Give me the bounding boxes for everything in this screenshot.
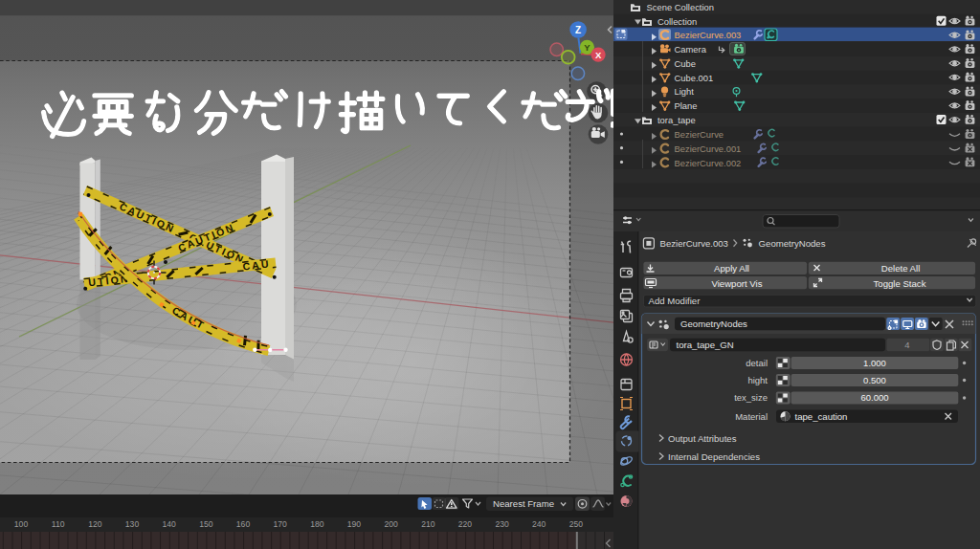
svg-text:190: 190 (347, 519, 362, 529)
svg-text:250: 250 (569, 519, 584, 529)
svg-text:Internal Dependencies: Internal Dependencies (668, 451, 760, 462)
svg-text:0.500: 0.500 (863, 375, 886, 385)
svg-text:tora_tape: tora_tape (657, 115, 696, 125)
svg-text:200: 200 (384, 519, 398, 529)
svg-text:X: X (595, 50, 602, 60)
svg-text:BezierCurve.001: BezierCurve.001 (675, 143, 742, 154)
svg-text:110: 110 (52, 519, 65, 529)
svg-text:170: 170 (273, 519, 287, 529)
svg-text:Z: Z (575, 25, 581, 35)
svg-text:tora_tape_GN: tora_tape_GN (677, 340, 734, 350)
svg-text:hight: hight (747, 375, 768, 385)
svg-text:Cube: Cube (675, 58, 696, 69)
svg-text:4: 4 (904, 340, 909, 350)
svg-text:Camera: Camera (675, 44, 707, 55)
svg-text:140: 140 (162, 519, 176, 529)
svg-text:Nearest Frame: Nearest Frame (493, 498, 554, 509)
svg-text:Output Attributes: Output Attributes (668, 433, 737, 444)
svg-text:BezierCurve.003: BezierCurve.003 (660, 238, 728, 249)
svg-text:tex_size: tex_size (734, 392, 768, 403)
svg-text:150: 150 (199, 519, 213, 529)
svg-text:Apply All: Apply All (714, 263, 749, 274)
svg-text:210: 210 (421, 519, 435, 529)
svg-text:220: 220 (458, 519, 473, 529)
svg-text:Delete All: Delete All (881, 263, 921, 274)
svg-text:GeometryNodes: GeometryNodes (759, 238, 826, 249)
svg-text:Light: Light (675, 86, 695, 97)
svg-text:detail: detail (746, 358, 768, 368)
svg-text:tape_caution: tape_caution (795, 411, 848, 422)
svg-text:Y: Y (584, 42, 590, 53)
svg-text:Material: Material (735, 411, 768, 422)
svg-text:Scene Collection: Scene Collection (647, 2, 714, 12)
svg-text:1.000: 1.000 (863, 358, 886, 368)
svg-text:GeometryNodes: GeometryNodes (680, 318, 747, 329)
svg-text:Collection: Collection (657, 16, 697, 27)
svg-text:BezierCurve.002: BezierCurve.002 (675, 158, 742, 168)
svg-text:Viewport Vis: Viewport Vis (712, 278, 763, 289)
svg-text:230: 230 (495, 519, 509, 529)
svg-text:100: 100 (14, 519, 29, 529)
svg-text:Cube.001: Cube.001 (675, 73, 714, 83)
svg-text:180: 180 (310, 519, 324, 529)
svg-text:Add Modifier: Add Modifier (649, 296, 702, 306)
svg-text:120: 120 (88, 519, 102, 529)
svg-text:BezierCurve: BezierCurve (675, 129, 724, 140)
svg-text:BezierCurve.003: BezierCurve.003 (675, 30, 742, 40)
svg-text:130: 130 (125, 519, 140, 529)
svg-text:60.000: 60.000 (860, 392, 888, 403)
svg-text:Toggle Stack: Toggle Stack (874, 278, 926, 289)
svg-text:Plane: Plane (675, 100, 698, 111)
svg-text:240: 240 (532, 519, 546, 529)
svg-text:160: 160 (236, 519, 251, 529)
